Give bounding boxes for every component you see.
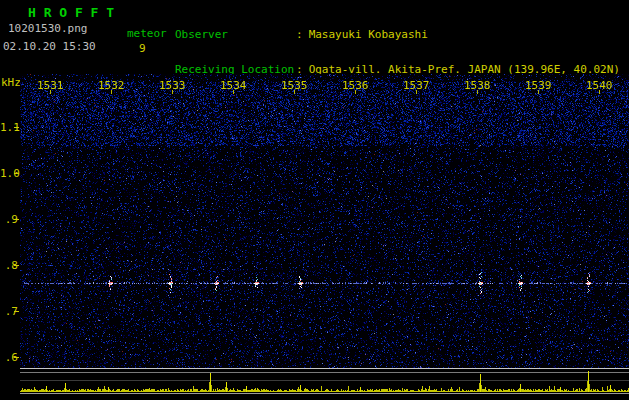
freq-tick-mark xyxy=(14,219,19,220)
field-label: Observer xyxy=(175,29,296,41)
meteor-count: 9 xyxy=(139,42,146,55)
time-axis-label: 1533 xyxy=(159,79,185,92)
time-axis-label: 1539 xyxy=(525,79,551,92)
time-axis-label: 1540 xyxy=(586,79,612,92)
field-separator: : xyxy=(296,28,303,41)
signal-strip-canvas xyxy=(20,368,629,395)
freq-tick-mark xyxy=(14,357,19,358)
freq-tick-mark xyxy=(14,127,19,128)
spectrogram-canvas xyxy=(20,74,629,368)
time-axis-label: 1534 xyxy=(220,79,246,92)
datetime-label: 02.10.20 15:30 xyxy=(3,40,96,53)
time-axis-label: 1535 xyxy=(281,79,307,92)
freq-tick-mark xyxy=(14,173,19,174)
time-axis-label: 1538 xyxy=(464,79,490,92)
freq-tick-mark xyxy=(14,265,19,266)
time-axis-label: 1531 xyxy=(37,79,63,92)
time-axis-label: 1532 xyxy=(98,79,124,92)
hrofft-screen: H R O F F T 10201530.png meteor 02.10.20… xyxy=(0,0,629,400)
time-axis-label: 1536 xyxy=(342,79,368,92)
header-field-observer: Observer:Masayuki Kobayashi xyxy=(175,29,620,41)
mode-label: meteor xyxy=(127,27,167,40)
output-filename: 10201530.png xyxy=(8,22,87,35)
freq-tick-mark xyxy=(14,311,19,312)
app-title: H R O F F T xyxy=(28,5,114,20)
time-axis-label: 1537 xyxy=(403,79,429,92)
field-value: Masayuki Kobayashi xyxy=(309,28,428,41)
freq-unit-label: kHz xyxy=(1,76,21,89)
